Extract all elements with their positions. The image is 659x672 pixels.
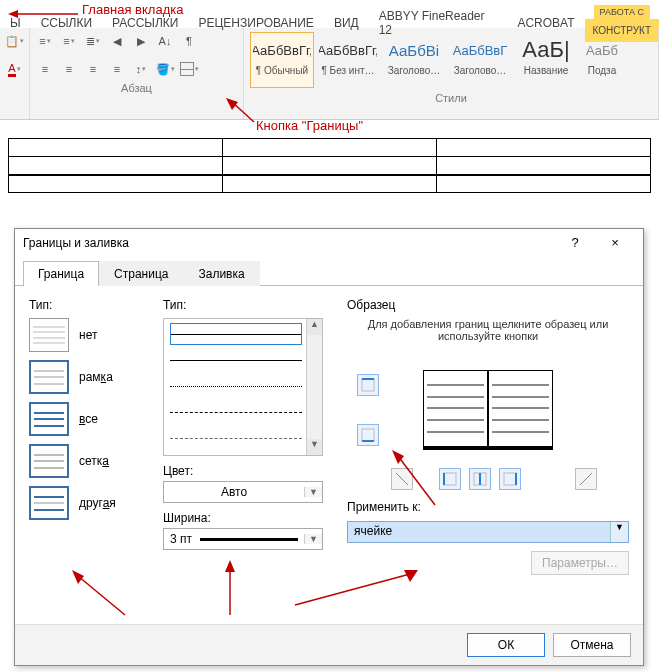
ribbon-group-clipboard: 📋 A (0, 28, 30, 119)
align-center-button[interactable]: ≡ (58, 58, 80, 80)
borders-button[interactable] (178, 58, 200, 80)
svg-rect-6 (362, 429, 374, 441)
style-heading1[interactable]: АаБбВі Заголово… (382, 32, 446, 88)
type-grid[interactable]: сетка (29, 444, 149, 478)
borders-shading-dialog: Границы и заливка ? × Граница Страница З… (14, 228, 644, 666)
empty-label (4, 80, 25, 96)
type-all[interactable]: все (29, 402, 149, 436)
tab-border[interactable]: Граница (23, 261, 99, 286)
type-custom[interactable]: другая (29, 486, 149, 520)
context-title: РАБОТА С (594, 5, 650, 19)
increase-indent-button[interactable]: ▶ (130, 30, 152, 52)
annotation-main-tab: Главная вкладка (82, 2, 183, 17)
style-heading2[interactable]: АаБбВвГ Заголово… (448, 32, 512, 88)
font-color-button[interactable]: A (4, 58, 25, 80)
border-inside-vert-button[interactable] (469, 468, 491, 490)
svg-rect-13 (504, 473, 516, 485)
line-spacing-button[interactable]: ↕ (130, 58, 152, 80)
paragraph-label: Абзац (34, 80, 239, 96)
preview-cell[interactable] (423, 370, 553, 450)
scroll-down-button[interactable]: ▼ (307, 439, 322, 455)
annotation-borders: Кнопка "Границы" (256, 118, 363, 133)
svg-rect-4 (362, 379, 374, 391)
options-button: Параметры… (531, 551, 629, 575)
apply-to-combo[interactable]: ячейке ▼ (347, 521, 629, 543)
border-left-button[interactable] (439, 468, 461, 490)
dialog-titlebar: Границы и заливка ? × (15, 229, 643, 256)
line-style-list[interactable]: ▲ ▼ (163, 318, 323, 456)
shading-button[interactable]: 🪣 (154, 58, 176, 80)
color-label: Цвет: (163, 464, 333, 478)
styles-label: Стили (248, 90, 654, 106)
help-button[interactable]: ? (555, 235, 595, 250)
ribbon-group-styles: АаБбВвГг, ¶ Обычный АаБбВвГг, ¶ Без инт…… (244, 28, 659, 119)
scrollbar[interactable]: ▲ ▼ (306, 319, 322, 455)
svg-line-8 (396, 473, 408, 485)
ribbon-group-paragraph: ≡ ≡ ≣ ◀ ▶ A↓ ¶ ≡ ≡ ≡ ≡ ↕ 🪣 Абзац (30, 28, 244, 119)
ribbon: 📋 A ≡ ≡ ≣ ◀ ▶ A↓ ¶ ≡ ≡ ≡ ≡ ↕ 🪣 Абзац АаБ… (0, 28, 659, 120)
type-none[interactable]: нет (29, 318, 149, 352)
numbering-button[interactable]: ≡ (58, 30, 80, 52)
close-button[interactable]: × (595, 235, 635, 250)
preview-column: Образец Для добавления границ щелкните о… (347, 298, 629, 618)
ok-button[interactable]: ОК (467, 633, 545, 657)
dialog-tabs: Граница Страница Заливка (15, 256, 643, 286)
style-subtitle[interactable]: АаБб Подза (580, 32, 624, 88)
decrease-indent-button[interactable]: ◀ (106, 30, 128, 52)
justify-button[interactable]: ≡ (106, 58, 128, 80)
style-normal[interactable]: АаБбВвГг, ¶ Обычный (250, 32, 314, 88)
border-bottom-button[interactable] (357, 424, 379, 446)
style-no-spacing[interactable]: АаБбВвГг, ¶ Без инт… (316, 32, 380, 88)
tab-shading[interactable]: Заливка (183, 261, 259, 286)
preview-box (347, 352, 629, 492)
show-marks-button[interactable]: ¶ (178, 30, 200, 52)
preview-help: Для добавления границ щелкните образец и… (347, 318, 629, 342)
type-box[interactable]: рамка (29, 360, 149, 394)
multilevel-button[interactable]: ≣ (82, 30, 104, 52)
style-label: Тип: (163, 298, 333, 312)
align-left-button[interactable]: ≡ (34, 58, 56, 80)
width-label: Ширина: (163, 511, 333, 525)
cancel-button[interactable]: Отмена (553, 633, 631, 657)
dropdown-arrow-icon[interactable]: ▼ (304, 487, 322, 497)
border-right-button[interactable] (499, 468, 521, 490)
apply-label: Применить к: (347, 500, 629, 514)
type-presets-column: Тип: нет рамка все сетка другая (29, 298, 149, 618)
scroll-up-button[interactable]: ▲ (307, 319, 322, 335)
sort-button[interactable]: A↓ (154, 30, 176, 52)
style-title[interactable]: АаБ| Название (514, 32, 578, 88)
border-diag-up-button[interactable] (575, 468, 597, 490)
border-diag-down-button[interactable] (391, 468, 413, 490)
color-combo[interactable]: Авто ▼ (163, 481, 323, 503)
style-column: Тип: ▲ ▼ Цвет: Авто ▼ Ширина: 3 пт (163, 298, 333, 618)
svg-rect-9 (444, 473, 456, 485)
width-combo[interactable]: 3 пт ▼ (163, 528, 323, 550)
dialog-title: Границы и заливка (23, 236, 555, 250)
svg-line-15 (580, 473, 592, 485)
dropdown-arrow-icon[interactable]: ▼ (610, 522, 628, 542)
border-top-button[interactable] (357, 374, 379, 396)
tab-page[interactable]: Страница (99, 261, 183, 286)
paste-button[interactable]: 📋 (4, 30, 25, 52)
dialog-footer: ОК Отмена (15, 624, 643, 665)
document-table[interactable] (8, 138, 651, 193)
align-right-button[interactable]: ≡ (82, 58, 104, 80)
type-label: Тип: (29, 298, 149, 312)
preview-label: Образец (347, 298, 629, 312)
bullets-button[interactable]: ≡ (34, 30, 56, 52)
dropdown-arrow-icon[interactable]: ▼ (304, 534, 322, 544)
